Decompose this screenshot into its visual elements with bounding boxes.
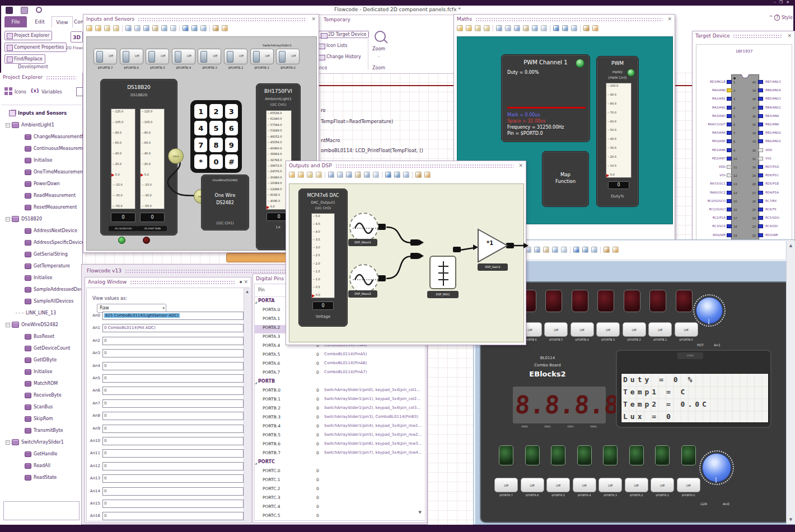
digital-pin-row[interactable]: PORTB.40SwitchArraySlider1(pin4), keypad… bbox=[255, 423, 425, 432]
toolbar-icon-2[interactable] bbox=[307, 172, 313, 178]
keypad-key-8[interactable]: 8 bbox=[209, 138, 222, 152]
analog-row-input[interactable]: 0 bbox=[102, 462, 244, 470]
ds18b20-block[interactable]: DS18B20 DS18B20 ‒ 125.0‒ 105.0‒ 85.0‒ 65… bbox=[100, 79, 177, 236]
digital-pin-row[interactable]: PORTB.50SwitchArraySlider1(pin5), keypad… bbox=[255, 432, 425, 441]
icons-label[interactable]: Icons bbox=[15, 90, 26, 95]
toolbar-icon-16[interactable] bbox=[583, 25, 590, 31]
tab-view[interactable]: View bbox=[52, 16, 73, 27]
tree-item[interactable]: SkipRom bbox=[1, 413, 83, 425]
toolbar-icon-3[interactable] bbox=[113, 25, 119, 31]
digital-pin-row[interactable]: PORTB.30SwitchArraySlider1(pin3), ComboB… bbox=[255, 415, 425, 423]
tree-item[interactable]: −AmbientLight1 bbox=[1, 119, 83, 131]
tree-item[interactable]: GetHandle bbox=[1, 448, 83, 460]
tree-item[interactable]: GetSerialString bbox=[1, 248, 83, 260]
toolbar-icon-16[interactable] bbox=[415, 172, 422, 178]
toolbar-icon-0[interactable] bbox=[457, 25, 463, 31]
toolbar-icon-12[interactable] bbox=[573, 247, 579, 253]
close-icon[interactable]: ✕ bbox=[786, 0, 793, 4]
variables-icon[interactable]: {x} bbox=[30, 88, 40, 93]
tree-item[interactable]: AddressNextDevice bbox=[1, 225, 83, 237]
toolbar-icon-9[interactable] bbox=[161, 25, 167, 31]
redo-icon[interactable] bbox=[36, 7, 42, 13]
portb-button[interactable]: Off bbox=[648, 322, 672, 337]
tree-item[interactable]: ContinuousMeasurement bbox=[1, 143, 83, 154]
toolbar-icon-9[interactable] bbox=[532, 25, 538, 31]
toolbar-icon-13[interactable] bbox=[562, 25, 568, 31]
toolbar-icon-8[interactable] bbox=[543, 247, 549, 253]
dsp-wave2-icon[interactable] bbox=[349, 264, 378, 293]
save-icon[interactable] bbox=[21, 7, 28, 14]
digital-pin-row[interactable]: PORTA.50ComboBL0114(PinA5) bbox=[255, 352, 425, 360]
toolbar-icon-10[interactable] bbox=[541, 25, 547, 31]
ds18b20-slider-2[interactable]: ‒ 125.0‒ 105.0‒ 85.0‒ 65.0‒ 45.0‒ 25.0‒ … bbox=[140, 109, 165, 209]
close-icon[interactable]: ✕ bbox=[311, 16, 316, 22]
tree-item[interactable]: PowerDown bbox=[1, 178, 83, 190]
tree-item[interactable]: Initialise bbox=[1, 366, 83, 378]
collapse-ribbon-icon[interactable]: ^ bbox=[769, 15, 773, 20]
digital-pin-row[interactable]: PORTB.60SwitchArraySlider1(pin6), keypad… bbox=[255, 441, 425, 450]
toolbar-icon-17[interactable] bbox=[222, 25, 228, 31]
digital-pin-row[interactable]: PORTC.10 bbox=[255, 477, 425, 486]
tree-item[interactable]: TransmitByte bbox=[1, 425, 83, 436]
panel-switch[interactable]: Off bbox=[172, 49, 195, 64]
digital-pin-row[interactable]: ◢PORTB bbox=[255, 379, 425, 387]
portb-button[interactable]: Off bbox=[596, 322, 620, 337]
scroll-down-icon[interactable]: ▼ bbox=[419, 510, 422, 515]
porta-button[interactable]: Off bbox=[573, 478, 596, 492]
tree-item[interactable]: Initialise bbox=[1, 154, 83, 166]
maximize-icon[interactable]: ❐ bbox=[779, 0, 786, 4]
scroll-down-icon[interactable]: ▼ bbox=[787, 517, 795, 522]
pot-knob[interactable] bbox=[696, 297, 723, 324]
pwm-slider-block[interactable]: PWM PWM2 (PWM CH3) ‒ 100.0‒ 90.0‒ 80.0‒ … bbox=[596, 56, 639, 207]
toolbar-icon-14[interactable] bbox=[200, 25, 207, 31]
tree-item[interactable]: AddressSpecificDevice bbox=[1, 237, 83, 248]
tree-item[interactable]: ChangeMeasurementMode bbox=[1, 131, 83, 143]
onewire-node-1[interactable]: 1Wire bbox=[168, 148, 184, 164]
portb-button[interactable]: Off bbox=[623, 322, 646, 337]
onewire-block[interactable]: OneWireDS2482 One Wire DS2482 (I2C CH1) bbox=[201, 175, 249, 230]
2d-target-device-toggle[interactable]: 2D Target Device bbox=[319, 31, 369, 38]
analog-row-input[interactable]: 0 bbox=[102, 387, 244, 395]
expand-icon[interactable]: − bbox=[6, 440, 10, 445]
tree-item[interactable]: GetIDByte bbox=[1, 354, 83, 366]
toolbar-icon-6[interactable] bbox=[134, 25, 141, 31]
zoom-minus[interactable]: - bbox=[378, 54, 380, 59]
close-icon[interactable]: ✕ bbox=[518, 163, 523, 168]
toolbar-icon-8[interactable] bbox=[523, 25, 529, 31]
ldr-knob[interactable] bbox=[702, 453, 731, 482]
keypad-key-1[interactable]: 1 bbox=[194, 104, 207, 119]
toolbar-icon-10[interactable] bbox=[373, 172, 379, 178]
digital-pin-row[interactable]: PORTA.70ComboBL0114(PinA7) bbox=[255, 370, 425, 378]
icon-lists-toggle[interactable]: Icon Lists bbox=[319, 43, 347, 48]
tab-edit[interactable]: Edit bbox=[29, 16, 50, 27]
map-function-block[interactable]: Map Function bbox=[542, 151, 589, 207]
toolbar-icon-12[interactable] bbox=[553, 25, 559, 31]
toolbar-icon-3[interactable] bbox=[484, 25, 490, 31]
analog-row-input[interactable]: 0 bbox=[102, 374, 244, 383]
keypad-key-0[interactable]: 0 bbox=[209, 154, 222, 169]
toolbar-icon-12[interactable] bbox=[385, 172, 391, 178]
tree-item[interactable]: BusReset bbox=[1, 331, 83, 342]
analog-row-input[interactable]: 0 bbox=[102, 425, 244, 433]
2d-flowchart-button[interactable]: 2D Flowch bbox=[66, 46, 85, 50]
tree-item[interactable]: MatchROM bbox=[1, 378, 83, 389]
tab-file[interactable]: File bbox=[4, 16, 27, 27]
toolbar-icon-7[interactable] bbox=[143, 25, 149, 31]
panel-switch[interactable]: Off bbox=[120, 49, 143, 64]
dac-value[interactable]: 0 bbox=[312, 302, 334, 310]
pwm-channel-block[interactable]: PWM Channel 1 Duty = 0.00% Mark = 0.00us… bbox=[501, 54, 590, 142]
zoom-icon[interactable] bbox=[375, 31, 386, 42]
porta-button[interactable]: Off bbox=[521, 478, 544, 492]
tree-item[interactable]: ReadAll bbox=[1, 460, 83, 472]
project-explorer-button[interactable]: Project Explorer bbox=[4, 31, 52, 40]
digital-pin-row[interactable]: PORTC.00 bbox=[255, 468, 425, 477]
zoom-label[interactable]: Zoom bbox=[372, 46, 385, 51]
digital-pin-row[interactable]: PORTB.00SwitchArraySlider1(pin0), keypad… bbox=[255, 388, 425, 396]
toolbar-icon-13[interactable] bbox=[191, 25, 198, 31]
tree-item[interactable]: ReadMeasurement bbox=[1, 190, 83, 201]
toolbar-icon-0[interactable] bbox=[289, 172, 295, 178]
toolbar-icon-7[interactable] bbox=[346, 172, 352, 178]
keypad-key-*[interactable]: * bbox=[194, 154, 207, 169]
analog-row-input[interactable]: 0 bbox=[102, 449, 244, 458]
porta-button[interactable]: Off bbox=[625, 478, 648, 492]
